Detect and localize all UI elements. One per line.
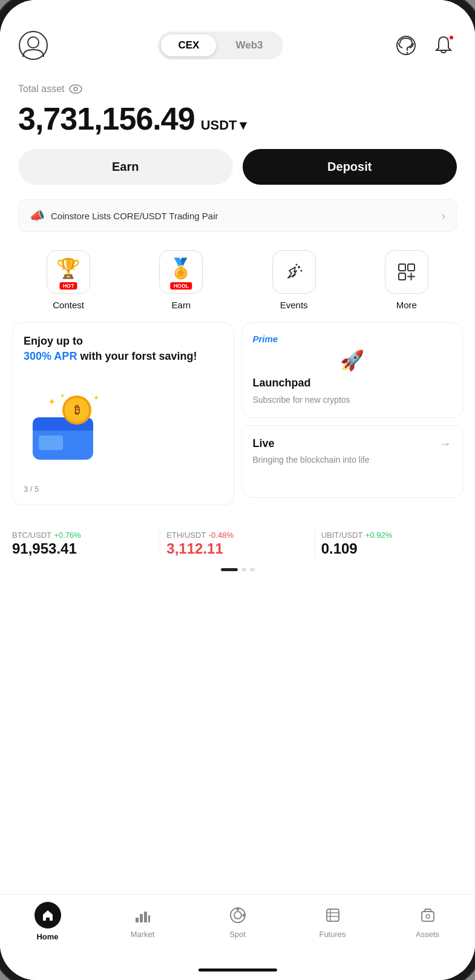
btc-pair: BTC/USDT +0.76%: [12, 529, 154, 540]
events-label: Events: [280, 300, 308, 310]
svg-rect-21: [140, 914, 143, 922]
asset-amount: 3,731,156.49 USDT ▾: [18, 101, 457, 137]
asset-label-text: Total asset: [18, 84, 64, 94]
svg-point-3: [406, 52, 408, 54]
live-arrow-icon: →: [439, 437, 451, 451]
home-label: Home: [36, 932, 58, 941]
prime-label: Prime: [253, 334, 452, 344]
home-indicator: [0, 959, 475, 980]
svg-rect-9: [399, 264, 405, 271]
announcement-banner[interactable]: 📣 Coinstore Lists CORE/USDT Trading Pair…: [18, 199, 457, 232]
eth-pair: ETH/USDT -0.48%: [166, 529, 308, 540]
svg-rect-11: [399, 273, 405, 280]
eye-icon[interactable]: [69, 82, 82, 96]
ubit-pair: UBIT/USDT +0.92%: [321, 529, 463, 540]
events-icon-box: [272, 250, 316, 294]
quick-action-events[interactable]: Events: [264, 250, 324, 310]
banner-text: Coinstore Lists CORE/USDT Trading Pair: [51, 211, 218, 221]
svg-rect-22: [144, 912, 147, 922]
nav-assets[interactable]: Assets: [404, 904, 452, 939]
spot-label: Spot: [229, 930, 246, 939]
wallet-illustration: ₿ ✦ ✦ ✦: [24, 387, 102, 466]
deposit-button[interactable]: Deposit: [243, 149, 457, 185]
more-icon: [396, 261, 418, 283]
quick-actions: 🏆 HOT Contest 🏅 HODL Earn: [0, 244, 475, 322]
scroll-indicator: [0, 563, 475, 576]
asset-currency[interactable]: USDT ▾: [201, 118, 246, 133]
quick-action-contest[interactable]: 🏆 HOT Contest: [38, 250, 99, 310]
futures-label: Futures: [319, 930, 346, 939]
support-button[interactable]: [393, 32, 419, 59]
hodl-badge: HODL: [171, 282, 192, 290]
cards-section: Enjoy up to 300% APR with your forst sav…: [0, 322, 475, 517]
hot-badge: HOT: [60, 282, 77, 290]
svg-point-27: [242, 914, 245, 917]
earn-label: Earn: [172, 300, 191, 310]
live-subtitle: Bringing the blockchain into life: [253, 454, 452, 466]
market-icon: [132, 904, 154, 926]
savings-apr: 300% APR: [24, 350, 77, 362]
svg-text:✦: ✦: [93, 394, 99, 402]
notifications-button[interactable]: [430, 32, 457, 59]
svg-point-1: [28, 37, 39, 48]
header: CEX Web3: [0, 0, 475, 70]
futures-icon: [322, 904, 344, 926]
launchpad-card[interactable]: Prime 🚀 Launchpad Subscribe for new cryp…: [241, 322, 464, 418]
asset-section: Total asset 3,731,156.49 USDT ▾ Earn D: [0, 70, 475, 199]
events-icon: [283, 261, 305, 283]
exchange-tabs: CEX Web3: [158, 31, 283, 59]
more-icon-box: [385, 250, 428, 294]
ubit-price: 0.109: [321, 540, 463, 557]
nav-futures[interactable]: Futures: [309, 904, 357, 939]
ticker-divider-2: [315, 529, 315, 557]
svg-point-8: [295, 264, 297, 266]
svg-point-26: [236, 908, 239, 911]
savings-card[interactable]: Enjoy up to 300% APR with your forst sav…: [12, 322, 234, 505]
rocket-icon: 🚀: [253, 349, 452, 372]
svg-point-7: [300, 270, 302, 272]
page-indicator: 3 / 5: [24, 485, 223, 494]
scroll-dot-active: [221, 568, 238, 571]
home-bar: [198, 968, 277, 972]
nav-market[interactable]: Market: [119, 904, 167, 939]
svg-point-25: [234, 912, 241, 919]
eth-ticker[interactable]: ETH/USDT -0.48% 3,112.11: [166, 529, 308, 557]
header-actions: [393, 32, 457, 59]
launchpad-subtitle: Subscribe for new cryptos: [253, 394, 452, 406]
eth-price: 3,112.11: [166, 540, 308, 557]
nav-home[interactable]: Home: [24, 902, 72, 941]
screen: CEX Web3: [0, 0, 475, 980]
asset-label: Total asset: [18, 82, 457, 96]
profile-button[interactable]: [18, 30, 48, 61]
svg-rect-20: [136, 918, 139, 922]
svg-rect-29: [422, 912, 434, 921]
megaphone-icon: 📣: [30, 208, 45, 223]
svg-rect-10: [408, 264, 414, 271]
quick-action-earn[interactable]: 🏅 HODL Earn: [151, 250, 211, 310]
ticker-divider-1: [160, 529, 160, 557]
btc-price: 91,953.41: [12, 540, 154, 557]
savings-illustration: ₿ ✦ ✦ ✦: [24, 387, 223, 466]
svg-text:✦: ✦: [60, 392, 65, 399]
svg-text:₿: ₿: [74, 404, 80, 416]
live-card[interactable]: Live → Bringing the blockchain into life: [241, 425, 464, 498]
more-label: More: [396, 300, 417, 310]
savings-text: Enjoy up to 300% APR with your forst sav…: [24, 334, 223, 364]
ubit-ticker[interactable]: UBIT/USDT +0.92% 0.109: [321, 529, 463, 557]
cex-tab[interactable]: CEX: [161, 35, 216, 56]
btc-ticker[interactable]: BTC/USDT +0.76% 91,953.41: [12, 529, 154, 557]
launchpad-title: Launchpad: [253, 377, 452, 389]
quick-action-more[interactable]: More: [376, 250, 437, 310]
banner-chevron: ›: [442, 210, 445, 222]
action-buttons: Earn Deposit: [18, 149, 457, 185]
web3-tab[interactable]: Web3: [218, 35, 280, 56]
earn-icon-box: 🏅 HODL: [159, 250, 203, 294]
main-content: Total asset 3,731,156.49 USDT ▾ Earn D: [0, 70, 475, 894]
svg-rect-28: [327, 909, 339, 921]
assets-icon: [417, 904, 439, 926]
nav-spot[interactable]: Spot: [214, 904, 262, 939]
live-title: Live: [253, 437, 275, 450]
svg-text:✦: ✦: [48, 397, 56, 407]
spot-icon: [227, 904, 249, 926]
earn-button[interactable]: Earn: [18, 149, 233, 185]
